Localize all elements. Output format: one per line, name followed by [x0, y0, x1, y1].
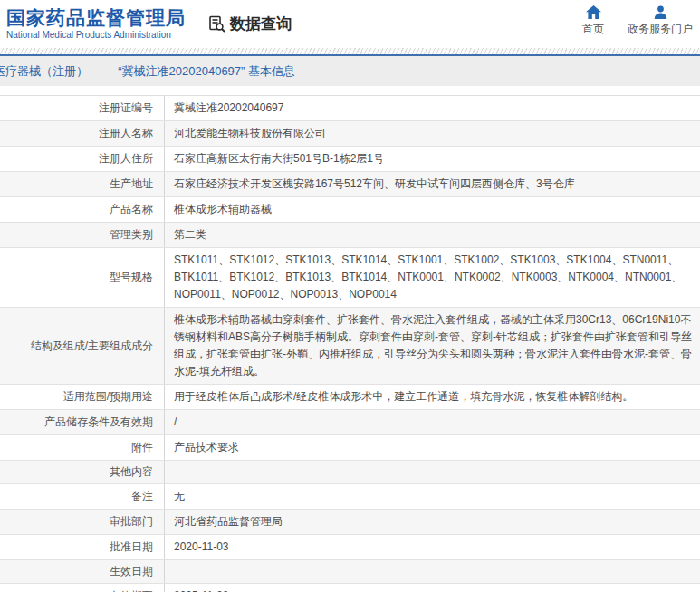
row-value-text: 第二类	[174, 226, 693, 243]
row-label: 生效日期	[0, 560, 165, 583]
row-label-text: 附件	[131, 440, 153, 455]
page: 国家药品监督管理局 National Medical Products Admi…	[0, 0, 700, 592]
row-label: 生产地址	[0, 172, 165, 196]
row-label-text: 产品名称	[110, 202, 153, 217]
row-label: 型号规格	[0, 248, 165, 307]
user-icon	[654, 5, 667, 19]
nav-gov-portal[interactable]: 政务服务门户	[628, 5, 693, 37]
row-value: 冀械注准20202040697	[165, 96, 700, 120]
table-row: 产品储存条件及有效期/	[0, 410, 700, 435]
row-value: 用于经皮椎体后凸成形术/经皮椎体成形术中，建立工作通道，填充骨水泥，恢复椎体解剖…	[165, 385, 700, 409]
row-label: 其他内容	[0, 461, 165, 483]
row-value: 2020-11-03	[165, 535, 700, 559]
nmpa-logo[interactable]: 国家药品监督管理局 National Medical Products Admi…	[6, 7, 186, 41]
row-label: 产品名称	[0, 197, 165, 222]
row-value: 河北爱能生物科技股份有限公司	[165, 121, 700, 146]
row-label-text: 生效日期	[110, 564, 153, 579]
logo-title: 国家药品监督管理局	[6, 7, 186, 29]
row-label: 注册人名称	[0, 121, 165, 146]
table-row: 适用范围/预期用途用于经皮椎体后凸成形术/经皮椎体成形术中，建立工作通道，填充骨…	[0, 385, 700, 410]
row-value: 2025-11-02	[165, 584, 700, 592]
row-label-text: 管理类别	[110, 227, 153, 243]
header: 国家药品监督管理局 National Medical Products Admi…	[0, 0, 700, 48]
data-query-label: 数据查询	[230, 14, 292, 34]
row-value: 石家庄高新区太行南大街501号B-1栋2层1号	[165, 147, 700, 171]
data-query-section[interactable]: 数据查询	[207, 14, 292, 34]
table-row: 批准日期2020-11-03	[0, 535, 700, 560]
row-value	[165, 560, 700, 583]
table-row: 生效日期	[0, 560, 700, 584]
row-label-text: 审批部门	[110, 514, 153, 530]
row-label-text: 批准日期	[110, 539, 153, 555]
row-value: 椎体成形术辅助器械	[165, 197, 700, 222]
table-row: 附件产品技术要求	[0, 435, 700, 461]
row-value-text: 椎体成形术辅助器械由穿刺套件、扩张套件、骨水泥注入套件组成，器械的主体采用30C…	[174, 311, 693, 380]
row-label-text: 结构及组成/主要组成成分	[31, 339, 153, 354]
row-label: 审批部门	[0, 510, 165, 534]
row-label-text: 生产地址	[110, 177, 153, 192]
breadcrumb: 医疗器械（注册） —— “冀械注准20202040697” 基本信息	[0, 63, 295, 80]
table-wrap: 注册证编号冀械注准20202040697注册人名称河北爱能生物科技股份有限公司注…	[0, 95, 700, 592]
row-value-text: 2025-11-02	[174, 587, 693, 592]
row-label-text: 注册人名称	[99, 126, 153, 141]
row-value-text: 河北省药品监督管理局	[174, 513, 693, 530]
row-value: 椎体成形术辅助器械由穿刺套件、扩张套件、骨水泥注入套件组成，器械的主体采用30C…	[165, 308, 700, 384]
row-label: 附件	[0, 435, 165, 460]
nav-home-label: 首页	[582, 22, 604, 37]
table-row: 型号规格STK1011、STK1012、STK1013、STK1014、STK1…	[0, 248, 700, 308]
row-label: 适用范围/预期用途	[0, 385, 165, 409]
stripe-divider	[0, 48, 700, 54]
row-label-text: 产品储存条件及有效期	[44, 415, 153, 430]
table-row: 管理类别第二类	[0, 223, 700, 248]
row-label-text: 其他内容	[110, 464, 153, 480]
row-value-text: 石家庄经济技术开发区槐安路167号512车间、研发中试车间四层西侧仓库、3号仓库	[174, 176, 693, 193]
table-row: 有效期至2025-11-02	[0, 584, 700, 592]
row-value: STK1011、STK1012、STK1013、STK1014、STK1001、…	[165, 248, 700, 307]
data-query-icon	[207, 14, 226, 33]
home-icon	[586, 5, 601, 19]
row-value: 第二类	[165, 223, 700, 247]
row-value: 产品技术要求	[165, 435, 700, 460]
row-label-text: 注册人住所	[99, 151, 153, 167]
row-value-text: 冀械注准20202040697	[174, 100, 693, 117]
row-value-text: /	[174, 414, 693, 431]
row-label: 注册证编号	[0, 96, 165, 120]
table-row: 备注无	[0, 484, 700, 510]
table-row: 审批部门河北省药品监督管理局	[0, 510, 700, 535]
row-label-text: 型号规格	[110, 270, 153, 285]
row-value: /	[165, 410, 700, 434]
nav-home[interactable]: 首页	[582, 5, 604, 37]
row-value: 无	[165, 484, 700, 509]
breadcrumb-bar: 医疗器械（注册） —— “冀械注准20202040697” 基本信息	[0, 56, 700, 86]
row-label-text: 有效期至	[110, 588, 153, 592]
row-value-text: 椎体成形术辅助器械	[174, 201, 693, 218]
top-nav: 首页 政务服务门户	[582, 5, 693, 37]
row-label: 管理类别	[0, 223, 165, 247]
logo-subtitle: National Medical Products Administration	[6, 29, 186, 41]
row-label-text: 注册证编号	[99, 100, 153, 116]
row-value-text: 2020-11-03	[174, 539, 693, 556]
row-value-text: 用于经皮椎体后凸成形术/经皮椎体成形术中，建立工作通道，填充骨水泥，恢复椎体解剖…	[174, 388, 693, 406]
table-row: 结构及组成/主要组成成分椎体成形术辅助器械由穿刺套件、扩张套件、骨水泥注入套件组…	[0, 308, 700, 385]
row-value-text: 河北爱能生物科技股份有限公司	[174, 125, 693, 142]
row-value	[165, 461, 700, 483]
table-row: 注册人名称河北爱能生物科技股份有限公司	[0, 121, 700, 147]
row-value-text: 石家庄高新区太行南大街501号B-1栋2层1号	[174, 150, 693, 167]
row-value-text: 无	[174, 488, 693, 505]
row-label: 结构及组成/主要组成成分	[0, 308, 165, 384]
row-label: 批准日期	[0, 535, 165, 559]
row-label-text: 适用范围/预期用途	[63, 389, 153, 405]
table-row: 其他内容	[0, 461, 700, 484]
nav-gov-portal-label: 政务服务门户	[628, 22, 693, 37]
info-table: 注册证编号冀械注准20202040697注册人名称河北爱能生物科技股份有限公司注…	[0, 95, 700, 592]
row-value-text: 产品技术要求	[174, 439, 693, 456]
row-value: 石家庄经济技术开发区槐安路167号512车间、研发中试车间四层西侧仓库、3号仓库	[165, 172, 700, 196]
row-label-text: 备注	[131, 489, 153, 504]
table-row: 产品名称椎体成形术辅助器械	[0, 197, 700, 223]
row-label: 备注	[0, 484, 165, 509]
row-label: 有效期至	[0, 584, 165, 592]
row-label: 注册人住所	[0, 147, 165, 171]
table-row: 注册人住所石家庄高新区太行南大街501号B-1栋2层1号	[0, 147, 700, 172]
row-value-text: STK1011、STK1012、STK1013、STK1014、STK1001、…	[174, 252, 693, 303]
row-value: 河北省药品监督管理局	[165, 510, 700, 534]
